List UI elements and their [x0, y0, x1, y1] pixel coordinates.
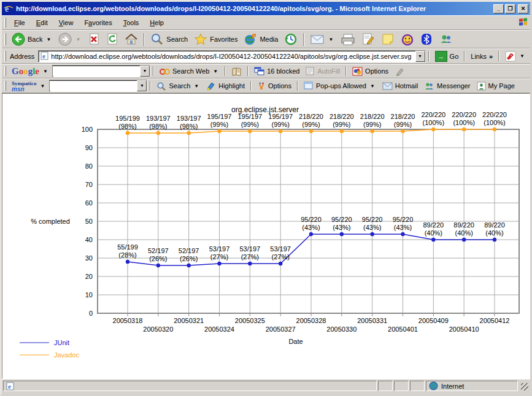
minimize-button[interactable]: _ — [493, 4, 504, 13]
messenger-button[interactable] — [436, 31, 457, 48]
svg-text:(27%): (27%) — [271, 253, 289, 261]
svg-text:218/220: 218/220 — [330, 113, 354, 120]
msn-search-dropdown-icon[interactable]: ▼ — [193, 83, 200, 89]
search-button[interactable]: Search — [147, 31, 191, 48]
highlighter-pen-button[interactable] — [391, 65, 409, 77]
sympatico-msn-logo: Sympatico msn — [12, 80, 37, 92]
menu-item-help[interactable]: Help — [144, 17, 169, 28]
msn-toolbar: Sympatico msn ▼ ▼ Search ▼ Highlight Opt… — [2, 78, 530, 93]
menu-item-file[interactable]: File — [9, 17, 31, 28]
toolbar-grip[interactable] — [4, 81, 6, 90]
msn-messenger-button[interactable]: Messenger — [421, 80, 473, 92]
yahoo-messenger-button[interactable] — [398, 31, 417, 48]
google-dropdown-icon[interactable]: ▼ — [42, 69, 49, 74]
search-web-dropdown-icon[interactable]: ▼ — [212, 69, 219, 74]
svg-text:(40%): (40%) — [425, 229, 442, 237]
highlight-button[interactable]: Highlight — [203, 80, 248, 92]
svg-text:(98%): (98%) — [118, 123, 136, 130]
google-search-dropdown-button[interactable]: ▼ — [140, 66, 150, 77]
series-javadoc-labels: 195/199(98%)193/197(98%)193/197(98%)195/… — [115, 111, 507, 130]
autofill-button[interactable]: AutoFill — [303, 65, 343, 77]
menu-item-view[interactable]: View — [53, 17, 79, 28]
mail-dropdown-icon[interactable]: ▼ — [327, 37, 334, 42]
blocked-count-label: 16 blocked — [267, 67, 299, 75]
google-search-input[interactable] — [53, 66, 140, 76]
sympatico-logo-button[interactable]: Sympatico msn ▼ — [9, 80, 49, 92]
hotmail-envelope-icon — [382, 82, 393, 90]
address-input[interactable] — [51, 51, 415, 61]
sympatico-dropdown-icon[interactable]: ▼ — [39, 83, 47, 89]
msn-search-label: Search — [169, 82, 190, 89]
google-options-button[interactable]: Options — [349, 65, 391, 77]
address-dropdown-button[interactable]: ▼ — [415, 51, 425, 62]
popups-dropdown-icon[interactable]: ▼ — [369, 83, 376, 89]
maximize-button[interactable]: ❐ — [505, 4, 515, 13]
back-button[interactable]: Back ▼ — [9, 31, 55, 48]
status-panel — [394, 381, 409, 391]
svg-text:52/197: 52/197 — [148, 247, 169, 254]
x-axis-title: Date — [288, 338, 303, 345]
msn-search-button[interactable]: Search ▼ — [153, 80, 203, 92]
menu-item-edit[interactable]: Edit — [31, 17, 53, 28]
toolbar-grip[interactable] — [4, 51, 6, 61]
toolbar-grip[interactable] — [4, 18, 6, 27]
data-point — [401, 232, 404, 236]
news-icon — [231, 67, 242, 76]
svg-text:(98%): (98%) — [149, 123, 167, 130]
back-dropdown-icon[interactable]: ▼ — [45, 37, 52, 42]
svg-text:0: 0 — [89, 310, 93, 317]
menu-item-favorites[interactable]: Favorites — [79, 17, 117, 28]
mail-button[interactable]: ▼ — [307, 31, 337, 48]
svg-text:89/220: 89/220 — [484, 221, 505, 229]
svg-text:89/220: 89/220 — [423, 221, 444, 229]
msn-search-box: ▼ — [49, 80, 147, 92]
links-button[interactable]: Links » — [468, 50, 496, 63]
svg-text:20050325: 20050325 — [235, 317, 265, 324]
toolbar-grip[interactable] — [4, 66, 6, 75]
svg-text:(40%): (40%) — [455, 229, 472, 237]
status-bar: e Internet — [2, 379, 530, 392]
forward-dropdown-icon[interactable]: ▼ — [74, 37, 82, 42]
google-logo-button[interactable]: Google ▼ — [9, 65, 52, 77]
hotmail-button[interactable]: Hotmail — [379, 80, 421, 92]
menu-item-tools[interactable]: Tools — [118, 17, 145, 28]
print-button[interactable] — [337, 31, 358, 48]
svg-text:e: e — [42, 52, 45, 59]
home-button[interactable] — [121, 31, 141, 48]
search-web-button[interactable]: Search Web ▼ — [156, 65, 222, 77]
data-point — [279, 129, 282, 133]
adobe-pdf-button[interactable]: ▼ — [502, 50, 529, 63]
bluetooth-button[interactable] — [417, 31, 436, 48]
links-label: Links — [471, 53, 487, 60]
forward-button[interactable]: ▼ — [55, 31, 85, 48]
resize-grip[interactable] — [519, 381, 529, 391]
media-button[interactable]: Media — [241, 31, 281, 48]
my-page-button[interactable]: My Page — [474, 80, 518, 92]
title-bar[interactable]: e http://download.eclipse.org/webtools/d… — [2, 2, 530, 15]
data-point — [217, 129, 221, 133]
msn-options-button[interactable]: Options — [254, 80, 295, 92]
go-button[interactable]: → Go — [432, 50, 462, 63]
toolbar-grip[interactable] — [4, 33, 6, 45]
pdf-dropdown-icon[interactable]: ▼ — [519, 53, 526, 59]
history-button[interactable] — [281, 31, 301, 48]
favorites-button[interactable]: Favorites — [191, 31, 241, 48]
toolbar-separator — [250, 81, 252, 91]
notes-button[interactable] — [378, 31, 398, 48]
close-button[interactable]: ✕ — [518, 4, 528, 13]
toolbar-separator — [498, 51, 499, 61]
hotmail-label: Hotmail — [395, 82, 418, 89]
edit-button[interactable] — [358, 31, 378, 48]
stop-button[interactable] — [85, 31, 103, 48]
data-point — [493, 238, 496, 242]
msn-search-input[interactable] — [50, 81, 137, 91]
data-point — [156, 264, 160, 267]
yahoo-smiley-icon — [401, 32, 414, 46]
refresh-button[interactable] — [103, 31, 121, 48]
google-news-button[interactable] — [228, 65, 245, 77]
msn-search-dropdown-button[interactable]: ▼ — [137, 80, 147, 91]
svg-text:(43%): (43%) — [394, 224, 412, 231]
popup-blocker-button[interactable]: 16 blocked — [251, 65, 303, 77]
svg-text:20050409: 20050409 — [418, 317, 449, 324]
popups-allowed-button[interactable]: Pop-ups Allowed ▼ — [301, 80, 379, 92]
